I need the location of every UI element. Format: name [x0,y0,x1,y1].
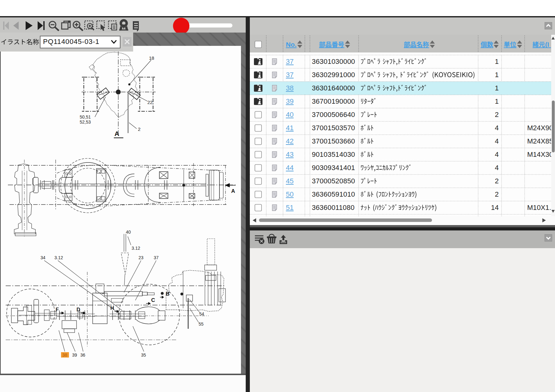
svg-text:2: 2 [495,190,499,198]
svg-text:42: 42 [286,137,293,145]
svg-text:1: 1 [495,71,499,79]
svg-text:35: 35 [141,352,146,358]
svg-text:38: 38 [62,352,67,358]
svg-text:D: D [77,307,80,312]
svg-text:40: 40 [286,111,293,119]
svg-text:51: 51 [286,204,293,211]
svg-text:41: 41 [286,124,293,132]
svg-text:38: 38 [286,84,293,92]
svg-text:50,51: 50,51 [80,114,91,119]
svg-text:18: 18 [149,55,154,61]
svg-text:2: 2 [495,111,499,119]
svg-text:44: 44 [286,164,293,172]
svg-text:52,53: 52,53 [80,119,91,125]
svg-text:40: 40 [126,230,131,235]
svg-text:36302991000: 36302991000 [312,71,355,79]
svg-text:90309341401: 90309341401 [312,164,355,172]
svg-text:1: 1 [495,58,499,65]
svg-text:43: 43 [286,150,293,158]
svg-text:50: 50 [286,190,293,198]
svg-text:4: 4 [495,164,499,172]
svg-text:A: A [114,130,119,137]
svg-text:2: 2 [495,177,499,185]
svg-text:36700190000: 36700190000 [312,97,355,105]
svg-text:3.12: 3.12 [54,255,63,260]
svg-text:34: 34 [40,255,46,260]
svg-text:36360591010: 36360591010 [312,190,355,198]
svg-text:37001503660: 37001503660 [312,137,355,145]
svg-text:36301640000: 36301640000 [312,84,355,92]
svg-text:39: 39 [286,97,293,105]
svg-text:37: 37 [286,71,293,79]
svg-text:37: 37 [154,255,159,260]
svg-text:37000506640: 37000506640 [312,111,355,119]
svg-text:23: 23 [139,255,144,260]
svg-text:No.: No. [286,41,297,48]
svg-text:3.12: 3.12 [132,246,140,251]
svg-text:54: 54 [199,311,204,316]
svg-text:90103514030: 90103514030 [312,150,355,158]
svg-text:1: 1 [495,84,499,92]
svg-text:39: 39 [72,352,77,358]
svg-text:M14X30: M14X30 [527,150,553,158]
svg-text:4: 4 [495,137,499,145]
svg-text:55: 55 [199,322,204,327]
svg-text:4: 4 [495,150,499,158]
svg-text:1: 1 [495,97,499,105]
svg-text:14: 14 [491,204,499,211]
svg-text:22: 22 [147,100,153,105]
svg-text:4: 4 [495,124,499,132]
svg-text:45: 45 [286,177,293,185]
svg-text:37: 37 [286,58,293,65]
svg-text:M10X1.25: M10X1.25 [527,204,555,211]
svg-text:36: 36 [80,352,85,358]
svg-text:C: C [151,297,155,303]
svg-text:B: B [166,291,170,297]
svg-text:36301030000: 36301030000 [312,58,355,65]
svg-text:M24X90: M24X90 [527,124,553,132]
svg-text:H: H [110,305,114,311]
svg-text:F: F [56,307,59,312]
svg-text:M24X85: M24X85 [527,137,553,145]
svg-text:A: A [231,188,235,194]
svg-text:37001503570: 37001503570 [312,124,355,132]
svg-text:2: 2 [138,126,140,132]
svg-text:37000520850: 37000520850 [312,177,355,185]
svg-text:36360011080: 36360011080 [312,204,355,211]
svg-text:(I: (I [545,41,549,48]
